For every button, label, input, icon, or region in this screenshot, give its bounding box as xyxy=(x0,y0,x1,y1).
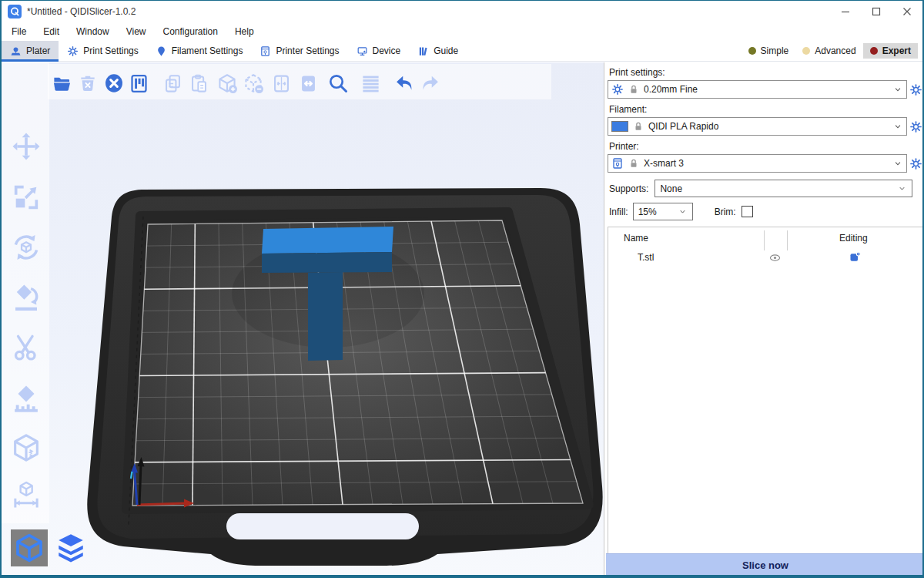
column-divider xyxy=(787,230,788,250)
simple-mode-dot-icon xyxy=(748,47,756,55)
view-3d-editor-button[interactable] xyxy=(11,529,48,566)
mode-expert[interactable]: Expert xyxy=(863,43,918,59)
paste-button[interactable] xyxy=(186,69,211,97)
search-button[interactable] xyxy=(326,69,350,97)
open-button[interactable] xyxy=(49,69,74,97)
infill-select[interactable]: 15% xyxy=(633,203,693,220)
tab-label: Print Settings xyxy=(83,45,138,56)
brim-label: Brim: xyxy=(715,207,736,217)
add-instance-button[interactable] xyxy=(215,69,239,97)
delete-all-button[interactable] xyxy=(102,69,126,97)
view-preview-button[interactable] xyxy=(52,529,89,566)
menu-window[interactable]: Window xyxy=(68,26,118,37)
object-settings-icon[interactable] xyxy=(849,250,862,264)
chevron-down-icon xyxy=(892,158,903,169)
tabbar: Plater Print Settings Filament Settings … xyxy=(2,41,922,62)
bed-handle-cutout xyxy=(226,513,419,539)
infill-value: 15% xyxy=(638,207,678,217)
split-to-objects-button[interactable] xyxy=(269,69,293,97)
tab-print-settings[interactable]: Print Settings xyxy=(59,41,146,61)
column-header-name: Name xyxy=(624,233,648,244)
print-settings-label: Print settings: xyxy=(609,67,922,78)
tab-device[interactable]: Device xyxy=(348,41,410,61)
move-button[interactable] xyxy=(8,128,44,165)
chevron-down-icon xyxy=(897,183,907,193)
delete-button[interactable] xyxy=(75,69,100,97)
menu-file[interactable]: File xyxy=(3,26,35,37)
menu-edit[interactable]: Edit xyxy=(35,26,68,37)
seam-painting-button[interactable] xyxy=(8,429,44,466)
printer-combo[interactable]: X-smart 3 xyxy=(608,154,907,173)
lock-icon xyxy=(628,84,639,95)
brim-checkbox[interactable] xyxy=(742,206,753,217)
lock-icon xyxy=(633,121,644,132)
main-area: Print settings: 0.20mm Fine Filament: QI… xyxy=(2,62,922,575)
menu-view[interactable]: View xyxy=(118,26,155,37)
filament-color-swatch xyxy=(611,121,628,132)
tab-label: Filament Settings xyxy=(172,45,243,56)
cube-icon xyxy=(14,533,45,563)
maximize-button[interactable] xyxy=(861,1,892,22)
gear-icon xyxy=(67,45,79,57)
app-window: *Untitled - QIDISlicer-1.0.2 File Edit W… xyxy=(0,0,924,578)
tab-printer-settings[interactable]: Printer Settings xyxy=(251,41,347,61)
print-settings-gear-button[interactable] xyxy=(909,80,922,99)
mode-label: Simple xyxy=(761,45,789,56)
copy-button[interactable] xyxy=(160,69,185,97)
filament-gear-button[interactable] xyxy=(909,117,922,136)
redo-button[interactable] xyxy=(418,69,443,97)
tab-guide[interactable]: Guide xyxy=(409,41,467,61)
variable-layer-height-button[interactable] xyxy=(358,69,383,97)
3d-viewport[interactable] xyxy=(2,62,604,576)
supports-select[interactable]: None xyxy=(654,180,912,197)
tab-label: Guide xyxy=(434,45,458,56)
printer-value: X-smart 3 xyxy=(644,158,888,169)
arrange-button[interactable] xyxy=(126,69,151,97)
eye-icon[interactable] xyxy=(768,251,782,264)
cut-button[interactable] xyxy=(8,329,44,366)
paint-supports-button[interactable] xyxy=(8,380,44,417)
advanced-mode-dot-icon xyxy=(802,47,810,55)
mode-advanced[interactable]: Advanced xyxy=(795,43,862,59)
remove-instance-button[interactable] xyxy=(241,69,266,97)
printer-gear-button[interactable] xyxy=(909,154,922,173)
tab-filament-settings[interactable]: Filament Settings xyxy=(147,41,252,61)
object-row-name[interactable]: T.stl xyxy=(638,252,654,263)
filament-label: Filament: xyxy=(609,104,922,115)
rotate-button[interactable] xyxy=(8,229,44,266)
print-settings-combo[interactable]: 0.20mm Fine xyxy=(608,80,907,99)
minimize-button[interactable] xyxy=(830,1,861,22)
tab-plater[interactable]: Plater xyxy=(2,41,59,61)
undo-button[interactable] xyxy=(392,69,417,97)
build-plate-render xyxy=(2,62,604,576)
titlebar: *Untitled - QIDISlicer-1.0.2 xyxy=(2,1,922,22)
model-t-stem-front xyxy=(308,272,343,361)
tab-label: Device xyxy=(373,45,401,56)
close-button[interactable] xyxy=(892,1,922,22)
mode-simple[interactable]: Simple xyxy=(742,43,796,59)
mode-label: Expert xyxy=(882,45,911,56)
measure-button[interactable] xyxy=(8,476,44,512)
menu-configuration[interactable]: Configuration xyxy=(155,26,226,37)
object-list: Name Editing T.stl xyxy=(608,227,923,558)
slice-now-button[interactable]: Slice now xyxy=(606,553,924,576)
place-on-face-button[interactable] xyxy=(8,279,44,316)
app-logo-icon xyxy=(8,5,22,18)
split-to-parts-button[interactable] xyxy=(296,69,320,97)
infill-label: Infill: xyxy=(609,207,628,217)
right-panel: Print settings: 0.20mm Fine Filament: QI… xyxy=(604,62,924,576)
scale-button[interactable] xyxy=(8,179,44,216)
gear-icon xyxy=(611,83,624,96)
mode-switcher: Simple Advanced Expert xyxy=(742,41,922,61)
chevron-down-icon xyxy=(892,121,903,132)
lock-icon xyxy=(628,158,639,169)
filament-combo[interactable]: QIDI PLA Rapido xyxy=(608,117,907,136)
menu-help[interactable]: Help xyxy=(226,26,263,37)
window-title: *Untitled - QIDISlicer-1.0.2 xyxy=(27,6,136,17)
menubar: File Edit Window View Configuration Help xyxy=(2,22,922,41)
supports-label: Supports: xyxy=(609,183,648,194)
printer-icon xyxy=(611,157,624,170)
plater-icon xyxy=(10,45,22,57)
layers-icon xyxy=(55,532,87,564)
books-icon xyxy=(417,45,429,57)
